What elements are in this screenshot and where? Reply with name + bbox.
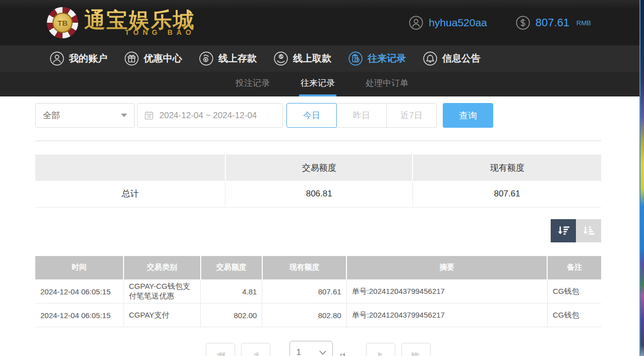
- double-left-arrow-icon: ◀◀: [216, 350, 223, 356]
- nav-item-my-account[interactable]: 我的账户: [49, 51, 107, 66]
- cell-note: CG钱包: [547, 280, 601, 303]
- page-select-value: 1: [296, 347, 301, 356]
- cell-time: 2024-12-04 06:05:15: [35, 303, 124, 327]
- nav-label: 优惠中心: [144, 52, 182, 65]
- cell-amount: 802.00: [201, 303, 262, 327]
- poker-chip-icon: TB: [47, 7, 78, 38]
- cell-category: CGPAY支付: [124, 303, 201, 327]
- nav-item-announcements[interactable]: 信息公告: [423, 51, 481, 66]
- date-range-input[interactable]: 2024-12-04 ~ 2024-12-04: [137, 103, 283, 128]
- tab-transaction-records[interactable]: 往来记录: [299, 72, 336, 96]
- search-button[interactable]: 查询: [443, 103, 493, 128]
- previous-page-button[interactable]: ◀: [241, 343, 270, 356]
- col-amount: 交易额度: [201, 256, 262, 280]
- calendar-icon: [144, 110, 154, 121]
- withdraw-icon: [273, 51, 288, 66]
- tab-pending-orders[interactable]: 处理中订单: [364, 72, 410, 96]
- nav-item-transaction-records[interactable]: 往来记录: [348, 51, 406, 66]
- double-right-arrow-icon: ▶▶: [412, 350, 419, 356]
- cell-summary: 单号:202412043799456217: [346, 303, 547, 327]
- type-select-value: 全部: [43, 110, 60, 121]
- nav-label: 我的账户: [69, 52, 107, 65]
- sort-controls: [35, 219, 601, 242]
- background-window-sliver: [639, 0, 644, 356]
- summary-header-transaction: 交易额度: [225, 155, 413, 181]
- deposit-icon: [199, 51, 214, 66]
- content-area: 全部 2024-12-04 ~ 2024-12-04 今日 昨日 近7日 查询: [35, 103, 601, 356]
- date-range-value: 2024-12-04 ~ 2024-12-04: [159, 111, 257, 121]
- col-summary: 摘要: [346, 256, 547, 280]
- top-header: TB 通宝娱乐城 TONG BAO hyhua520aa 807: [0, 0, 644, 45]
- select-chevron-icon: [319, 350, 326, 355]
- nav-item-withdraw[interactable]: 线上取款: [273, 51, 331, 66]
- type-select[interactable]: 全部: [35, 103, 135, 128]
- gift-icon: [124, 51, 139, 66]
- records-clipboard-icon: [348, 51, 363, 66]
- page-select[interactable]: 1: [289, 341, 333, 356]
- user-circle-icon: [49, 51, 65, 66]
- site-subtitle: TONG BAO: [84, 28, 195, 36]
- nav-label: 线上存款: [218, 52, 257, 65]
- site-logo[interactable]: TB 通宝娱乐城 TONG BAO: [47, 7, 195, 38]
- nav-item-deposit[interactable]: 线上存款: [199, 51, 257, 66]
- records-table: 时间 交易类别 交易额度 现有额度 摘要 备注 2024-12-04 06:05…: [35, 256, 601, 328]
- cell-amount: 4.81: [201, 280, 262, 303]
- next-page-button[interactable]: ▶: [366, 343, 395, 356]
- summary-table: 交易额度 现有额度 总计 806.81 807.61: [35, 155, 601, 208]
- record-tabs: 投注记录 往来记录 处理中订单: [0, 72, 644, 96]
- account-user[interactable]: hyhua520aa: [408, 15, 487, 30]
- records-header-row: 时间 交易类别 交易额度 现有额度 摘要 备注: [35, 256, 601, 280]
- nav-label: 线上取款: [293, 52, 331, 65]
- pagination: ◀◀ ◀ 1 /1 ▶ ▶▶: [35, 343, 601, 356]
- cell-summary: 单号:202412043799456217: [346, 280, 547, 303]
- nav-item-promotions[interactable]: 优惠中心: [124, 51, 182, 66]
- cell-category: CGPAY-CG钱包支付笔笔送优惠: [124, 280, 201, 303]
- summary-total-label: 总计: [35, 181, 225, 207]
- summary-transaction-total: 806.81: [225, 181, 413, 207]
- sort-descending-button[interactable]: [551, 219, 576, 242]
- cell-time: 2024-12-04 06:05:15: [35, 280, 124, 303]
- bell-icon: [423, 51, 438, 66]
- quick-today-button[interactable]: 今日: [286, 103, 337, 128]
- summary-total-row: 总计 806.81 807.61: [35, 181, 601, 207]
- cell-note: CG钱包: [547, 303, 601, 327]
- summary-balance-total: 807.61: [413, 181, 601, 207]
- account-balance[interactable]: 807.61 RMB: [515, 15, 591, 30]
- user-icon: [408, 15, 424, 30]
- first-page-button[interactable]: ◀◀: [206, 343, 235, 356]
- filter-row: 全部 2024-12-04 ~ 2024-12-04 今日 昨日 近7日 查询: [35, 103, 601, 128]
- sort-ascending-button[interactable]: [576, 219, 601, 242]
- last-page-button[interactable]: ▶▶: [401, 343, 431, 356]
- currency-label: RMB: [576, 19, 591, 27]
- total-pages-label: /1: [339, 352, 346, 356]
- quick-yesterday-button[interactable]: 昨日: [336, 103, 387, 128]
- col-time: 时间: [35, 256, 124, 280]
- quick-7days-button[interactable]: 近7日: [386, 103, 437, 128]
- summary-header-empty: [35, 155, 225, 181]
- nav-label: 往来记录: [368, 52, 406, 65]
- dollar-icon: [515, 15, 531, 30]
- cell-balance: 802.80: [262, 303, 346, 327]
- quick-date-group: 今日 昨日 近7日: [286, 103, 437, 128]
- sort-ascending-icon: [581, 225, 596, 237]
- chip-monogram: TB: [52, 13, 73, 33]
- cell-balance: 807.61: [262, 280, 346, 303]
- col-balance: 现有额度: [262, 256, 346, 280]
- col-category: 交易类别: [124, 256, 201, 280]
- section-divider: [35, 140, 601, 141]
- chevron-down-icon: [121, 114, 127, 117]
- main-nav: 我的账户 优惠中心 线上存款: [0, 45, 644, 72]
- username: hyhua520aa: [429, 17, 487, 29]
- table-row: 2024-12-04 06:05:15 CGPAY-CG钱包支付笔笔送优惠 4.…: [35, 280, 601, 303]
- tab-bet-records[interactable]: 投注记录: [234, 72, 271, 96]
- nav-label: 信息公告: [442, 52, 481, 65]
- right-arrow-icon: ▶: [378, 350, 382, 356]
- left-arrow-icon: ◀: [253, 350, 257, 356]
- balance-amount: 807.61: [536, 16, 569, 29]
- summary-header-balance: 现有额度: [413, 155, 601, 181]
- sort-descending-icon: [556, 225, 570, 237]
- col-note: 备注: [547, 256, 601, 280]
- table-row: 2024-12-04 06:05:15 CGPAY支付 802.00 802.8…: [35, 303, 601, 327]
